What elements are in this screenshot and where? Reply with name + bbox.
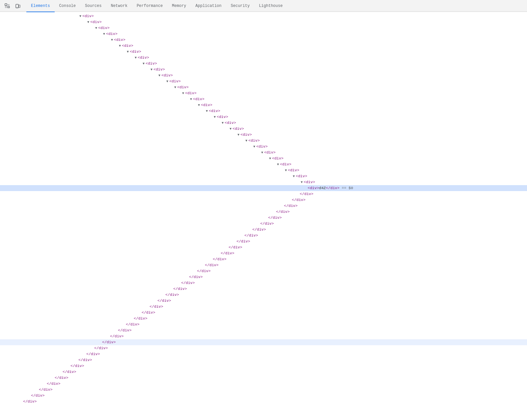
dom-tree-line[interactable]: </div> [0,233,527,238]
dom-tree-line[interactable]: </div> [0,244,527,250]
dom-tree-line[interactable]: <div> [0,161,527,167]
tab-elements[interactable]: Elements [26,0,55,12]
device-toggle-button[interactable] [13,1,22,11]
dom-tree-line[interactable]: <div> [0,90,527,96]
dom-tree-line[interactable]: </div> [0,256,527,262]
dom-tree-line[interactable]: </div> [0,333,527,339]
inspect-element-button[interactable] [3,1,12,11]
dom-tree-line[interactable]: </div> [0,322,527,327]
svg-point-4 [17,7,17,8]
dom-tree-line[interactable]: </div> [0,215,527,221]
dom-tree-line[interactable]: <div> [0,61,527,67]
dom-tree-line[interactable]: </div> [0,369,527,375]
dom-tree-line[interactable]: <div> [0,173,527,179]
dom-tree-line[interactable]: </div> [0,250,527,256]
dom-tree-line[interactable]: </div> [0,393,527,399]
dom-tree-line[interactable]: <div> [0,43,527,49]
dom-tree-line[interactable]: <div> [0,84,527,90]
dom-tree-line[interactable]: <div> [0,13,527,19]
dom-tree-line[interactable]: <div> [0,72,527,78]
dom-tree-line[interactable]: <div> [0,102,527,108]
dom-tree-line[interactable]: <div> [0,37,527,43]
dom-tree-line[interactable]: <div> [0,126,527,132]
dom-tree-line[interactable]: <div> [0,78,527,84]
dom-tree-line[interactable]: <div> [0,167,527,173]
svg-rect-0 [5,4,7,6]
elements-panel: <div><div><div><div><div><div><div><div>… [0,12,527,420]
dom-tree-line[interactable]: </div> [0,286,527,292]
dom-tree-line[interactable]: </div> [0,227,527,233]
dom-tree-line[interactable]: <div> [0,108,527,114]
dom-tree-line[interactable]: </div> [0,238,527,244]
dom-tree: <div><div><div><div><div><div><div><div>… [0,12,527,406]
dom-tree-line[interactable]: </div> [0,399,527,405]
dom-tree-line[interactable]: </div> [0,375,527,381]
tab-memory[interactable]: Memory [167,0,191,12]
dom-tree-line[interactable]: </div> [0,351,527,357]
dom-tree-line[interactable]: <div> [0,155,527,161]
dom-tree-line[interactable]: <div> [0,144,527,150]
dom-tree-line[interactable]: </div> [0,203,527,209]
dom-tree-line[interactable]: </div> [0,221,527,227]
dom-tree-line[interactable]: <div> [0,114,527,120]
dom-tree-line[interactable]: </div> [0,345,527,351]
dom-tree-line[interactable]: <div> [0,138,527,144]
tab-security[interactable]: Security [226,0,255,12]
dom-tree-line[interactable]: </div> [0,298,527,304]
dom-tree-line[interactable]: </div> [0,197,527,203]
dom-tree-line[interactable]: <div> [0,49,527,55]
dom-tree-line[interactable]: </div> [0,357,527,363]
dom-tree-line[interactable]: </div> [0,280,527,286]
dom-tree-line[interactable]: </div> [0,274,527,280]
dom-tree-line[interactable]: </div> [0,262,527,268]
dom-tree-line[interactable]: </div> [0,304,527,310]
tab-lighthouse[interactable]: Lighthouse [254,0,287,12]
toolbar-icons [3,1,22,11]
dom-tree-line[interactable]: </div> [0,387,527,393]
dom-tree-line[interactable]: <div> [0,67,527,72]
dom-tree-line[interactable]: <div> [0,120,527,126]
dom-tree-line[interactable]: </div> [0,381,527,387]
dom-tree-line[interactable]: <div> [0,150,527,155]
dom-tree-line[interactable]: </div> [0,268,527,274]
tab-application[interactable]: Application [191,0,226,12]
dom-tree-line[interactable]: <div> [0,55,527,61]
dom-tree-line[interactable]: <div> [0,25,527,31]
tab-sources[interactable]: Sources [80,0,106,12]
dom-tree-line[interactable]: </div> [0,292,527,298]
dom-tree-line[interactable]: </div> [0,339,527,345]
dom-tree-line[interactable]: <div> [0,19,527,25]
tab-performance[interactable]: Performance [132,0,167,12]
dom-tree-line[interactable]: <div>d4Z</div> == $0 [0,185,527,191]
dom-tree-line[interactable]: <div> [0,96,527,102]
dom-tree-line[interactable]: </div> [0,327,527,333]
tab-console[interactable]: Console [55,0,80,12]
devtools-tab-bar: Elements Console Sources Network Perform… [0,0,527,12]
dom-tree-line[interactable]: <div> [0,132,527,138]
dom-tree-line[interactable]: </div> [0,316,527,322]
tab-network[interactable]: Network [106,0,132,12]
dom-tree-line[interactable]: </div> [0,191,527,197]
dom-tree-line[interactable]: </div> [0,363,527,369]
dom-tree-line[interactable]: </div> [0,310,527,316]
dom-tree-line[interactable]: <div> [0,179,527,185]
dom-tree-line[interactable]: </div> [0,209,527,215]
dom-tree-line[interactable]: <div> [0,31,527,37]
svg-rect-3 [19,5,20,8]
